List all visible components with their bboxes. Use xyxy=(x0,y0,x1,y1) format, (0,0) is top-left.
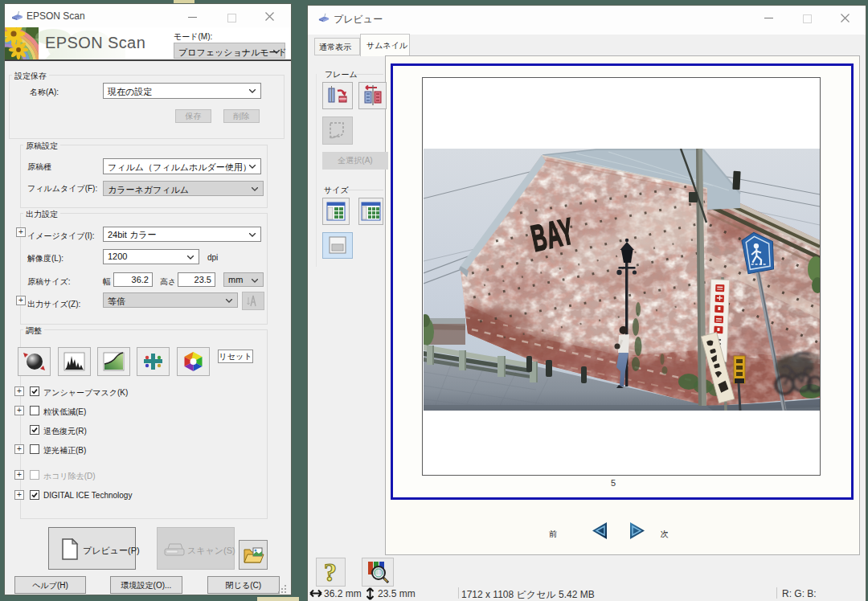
svg-text:BAY: BAY xyxy=(527,210,577,260)
svg-text:?: ? xyxy=(324,558,337,586)
